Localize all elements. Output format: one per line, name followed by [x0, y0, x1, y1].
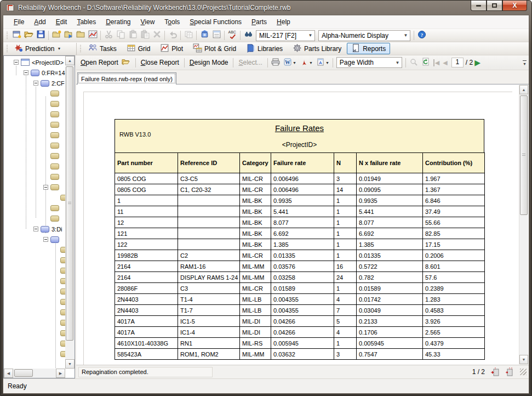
tree-vertical-scrollbar[interactable]: ▲ ▼	[65, 56, 75, 369]
expander-minus-icon[interactable]	[14, 60, 19, 65]
new-folder-button[interactable]	[50, 30, 62, 41]
expander-minus-icon[interactable]	[43, 237, 48, 242]
help-button[interactable]: ?	[416, 30, 428, 41]
view-button-libraries[interactable]: Libraries	[242, 43, 287, 54]
fit-page-icon[interactable]	[490, 367, 500, 377]
design-mode-button[interactable]: Design Mode	[186, 58, 232, 67]
title-bar[interactable]: Reliability Workbench - D:\Software\Reli…	[3, 1, 529, 15]
menu-file[interactable]: File	[9, 16, 29, 27]
find-button[interactable]	[242, 30, 254, 41]
standard-combo[interactable]: MIL-217 [F2] ▼	[256, 30, 315, 41]
tree-item[interactable]	[4, 140, 65, 151]
tree-scroll-thumb[interactable]	[66, 66, 73, 341]
cut-button[interactable]	[102, 30, 115, 41]
knowledge-bank-button[interactable]	[198, 30, 210, 41]
close-button[interactable]: X	[502, 1, 527, 11]
tree-item[interactable]	[4, 265, 65, 276]
resize-grip[interactable]	[520, 369, 527, 375]
tree-item[interactable]	[4, 276, 65, 286]
close-report-button[interactable]: Close Report	[138, 58, 182, 67]
scroll-right-icon[interactable]: ▶	[56, 369, 65, 378]
zoom-combo[interactable]: Page Width ▼	[336, 57, 402, 68]
tree-item[interactable]	[4, 349, 65, 359]
tree-item[interactable]	[4, 328, 65, 338]
previous-page-button[interactable]: ◀	[443, 59, 447, 66]
view-button-reports[interactable]: Reports	[347, 43, 390, 54]
expander-minus-icon[interactable]	[43, 185, 48, 190]
expander-minus-icon[interactable]	[33, 81, 38, 86]
tree-item-projectid[interactable]: <ProjectID>	[4, 57, 65, 67]
tree-item[interactable]	[4, 161, 65, 172]
expander-minus-icon[interactable]	[24, 70, 28, 75]
fit-width-icon[interactable]	[505, 367, 514, 377]
toolbar-grip[interactable]	[6, 31, 9, 40]
scroll-down-icon[interactable]: ▼	[519, 355, 528, 364]
display-mode-combo[interactable]: Alpha-Numeric Display ▼	[318, 30, 410, 41]
view-button-grid[interactable]: Grid	[122, 43, 155, 54]
prediction-menu-button[interactable]: Prediction ▼	[10, 43, 65, 54]
menu-edit[interactable]: Edit	[51, 16, 72, 27]
tree-item[interactable]	[4, 130, 65, 140]
view-button-parts-library[interactable]: Parts Library	[288, 43, 346, 54]
menu-special-functions[interactable]: Special Functions	[185, 16, 247, 27]
print-button[interactable]	[270, 57, 282, 69]
report-view[interactable]: RWB V13.0 Failure Rates <ProjectID> Part…	[76, 84, 529, 365]
export-word-button[interactable]: W▼	[282, 57, 298, 69]
spell-check-button[interactable]: ABC	[226, 30, 238, 41]
tree-item[interactable]	[4, 307, 65, 318]
menu-help[interactable]: Help	[272, 16, 295, 27]
chevron-down-icon[interactable]: ▼	[393, 58, 402, 67]
tree-item[interactable]	[4, 203, 65, 213]
tree-item[interactable]	[4, 172, 65, 182]
tree-item[interactable]	[4, 99, 65, 109]
menu-derating[interactable]: Derating	[101, 16, 135, 27]
toolbar-overflow-button[interactable]: ▼	[521, 58, 528, 68]
grid-chart-button[interactable]	[87, 30, 99, 41]
page-number-input[interactable]: 1	[451, 58, 464, 67]
undo-button[interactable]	[167, 30, 179, 41]
menu-parts[interactable]: Parts	[247, 16, 272, 27]
new-project-button[interactable]	[10, 30, 22, 41]
folder-button[interactable]	[75, 30, 87, 41]
scroll-up-icon[interactable]: ▲	[65, 56, 75, 65]
tree-item[interactable]	[4, 297, 65, 307]
save-button[interactable]	[35, 30, 47, 41]
export-text-button[interactable]: A▼	[314, 57, 331, 69]
paste-button[interactable]	[127, 30, 139, 41]
chevron-down-icon[interactable]: ▼	[402, 31, 410, 41]
tree-item[interactable]	[4, 120, 65, 130]
view-button-tasks[interactable]: Tasks	[84, 43, 121, 54]
open-project-button[interactable]	[22, 30, 35, 41]
report-vertical-scrollbar[interactable]: ▲ ▼	[519, 85, 528, 364]
maximize-button[interactable]	[487, 1, 502, 11]
properties-form-button[interactable]	[210, 30, 222, 41]
toolbar-grip[interactable]	[79, 44, 82, 53]
tree-item[interactable]	[4, 193, 65, 203]
tree-item[interactable]	[4, 88, 65, 99]
refresh-button[interactable]	[420, 57, 432, 69]
menu-tools[interactable]: Tools	[159, 16, 185, 27]
copy-grid-button[interactable]	[182, 30, 195, 41]
scroll-up-icon[interactable]: ▲	[519, 85, 528, 94]
minimize-button[interactable]	[471, 1, 487, 11]
print-preview-button[interactable]	[408, 57, 420, 69]
tab-failure-rates-report[interactable]: Failure Rates.rwb-repx (read only)	[77, 72, 176, 84]
folder-go-button[interactable]	[62, 30, 75, 41]
tree-item[interactable]	[4, 286, 65, 297]
toolbar-grip[interactable]	[6, 44, 9, 53]
tree-item[interactable]	[4, 109, 65, 120]
paste-special-button[interactable]	[139, 30, 151, 41]
tree-hscroll-thumb[interactable]	[14, 369, 33, 377]
expander-minus-icon[interactable]	[33, 227, 38, 231]
tree-item[interactable]	[4, 213, 65, 224]
menu-tables[interactable]: Tables	[72, 16, 101, 27]
menu-add[interactable]: Add	[29, 16, 50, 27]
view-button-plot[interactable]: Plot	[156, 43, 187, 54]
chevron-down-icon[interactable]: ▼	[306, 31, 314, 41]
tree-item[interactable]	[4, 338, 65, 349]
scroll-left-icon[interactable]: ◀	[4, 369, 13, 378]
next-page-button[interactable]: ▶	[474, 58, 480, 67]
delete-button[interactable]	[151, 30, 163, 41]
tree-item[interactable]	[4, 318, 65, 328]
report-scroll-thumb[interactable]	[520, 95, 528, 215]
